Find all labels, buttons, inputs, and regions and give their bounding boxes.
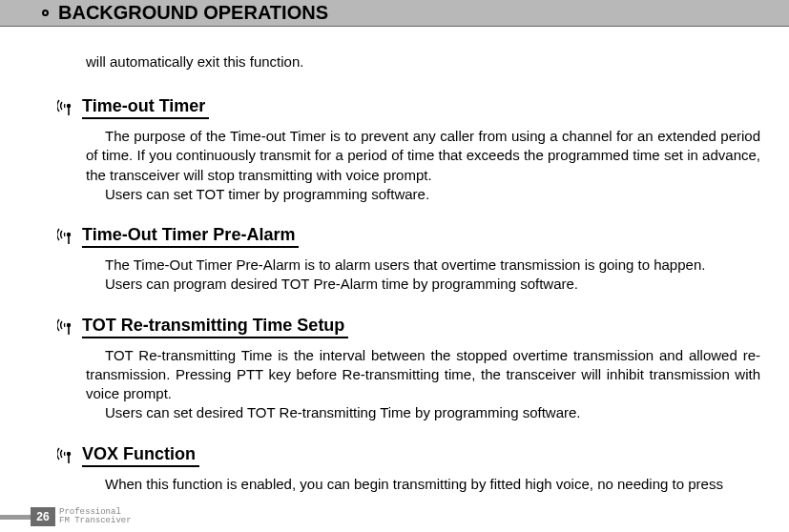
section-head: Time-Out Timer Pre-Alarm — [57, 225, 760, 248]
paragraph: Users can set TOT timer by programming s… — [86, 185, 760, 204]
footer-line2: FM Transceiver — [59, 517, 132, 525]
footer-rule — [0, 515, 31, 520]
section-body: The purpose of the Time-out Timer is to … — [86, 127, 760, 204]
section-tot-prealarm: Time-Out Timer Pre-Alarm The Time-Out Ti… — [57, 225, 760, 295]
svg-point-0 — [67, 104, 71, 108]
paragraph: Users can set desired TOT Re-transmittin… — [86, 403, 760, 422]
paragraph: TOT Re-transmitting Time is the interval… — [86, 346, 760, 404]
section-vox: VOX Function When this function is enabl… — [57, 444, 760, 494]
paragraph: When this function is enabled, you can b… — [86, 475, 760, 494]
page-header: BACKGROUND OPERATIONS — [0, 0, 789, 27]
section-head: VOX Function — [57, 444, 760, 467]
section-head: TOT Re-transmitting Time Setup — [57, 316, 760, 338]
section-title: VOX Function — [82, 444, 199, 467]
signal-icon — [57, 225, 78, 248]
signal-icon — [57, 444, 78, 467]
paragraph: The Time-Out Timer Pre-Alarm is to alarm… — [86, 256, 760, 275]
page-number-badge: 26 — [31, 507, 55, 526]
footer-text: Professional FM Transceiver — [59, 508, 132, 526]
section-title: TOT Re-transmitting Time Setup — [82, 316, 348, 338]
section-head: Time-out Timer — [57, 96, 760, 119]
svg-point-4 — [67, 322, 71, 326]
signal-icon — [57, 96, 78, 119]
content-area: will automatically exit this function. T… — [0, 27, 789, 494]
section-timeout-timer: Time-out Timer The purpose of the Time-o… — [57, 96, 760, 204]
svg-point-2 — [67, 233, 71, 236]
page-footer: 26 Professional FM Transceiver — [0, 507, 132, 526]
section-tot-retransmit: TOT Re-transmitting Time Setup TOT Re-tr… — [57, 316, 760, 423]
svg-point-6 — [67, 451, 71, 455]
header-title: BACKGROUND OPERATIONS — [58, 2, 328, 24]
section-title: Time-Out Timer Pre-Alarm — [82, 225, 299, 248]
intro-text: will automatically exit this function. — [86, 53, 760, 70]
paragraph: Users can program desired TOT Pre-Alarm … — [86, 275, 760, 294]
section-body: The Time-Out Timer Pre-Alarm is to alarm… — [86, 256, 760, 295]
bullet-icon — [42, 10, 49, 16]
signal-icon — [57, 316, 78, 338]
section-body: TOT Re-transmitting Time is the interval… — [86, 346, 760, 423]
section-title: Time-out Timer — [82, 96, 209, 119]
paragraph: The purpose of the Time-out Timer is to … — [86, 127, 760, 185]
section-body: When this function is enabled, you can b… — [86, 475, 760, 494]
